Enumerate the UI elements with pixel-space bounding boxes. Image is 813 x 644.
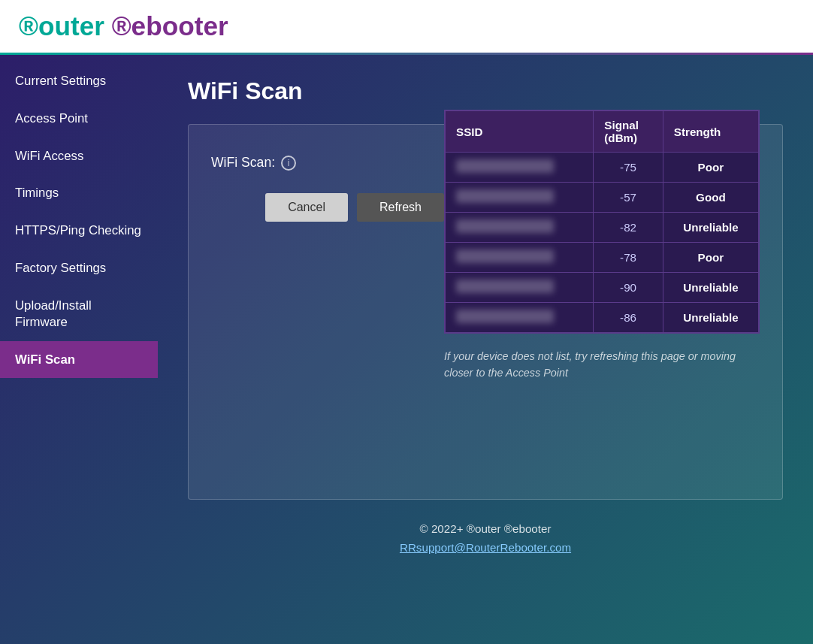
sidebar-item-access-point[interactable]: Access Point: [0, 100, 158, 138]
sidebar-item-wifi-access[interactable]: WiFi Access: [0, 138, 158, 175]
footer: © 2022+ ®outer ®ebooter RRsupport@Router…: [188, 500, 783, 569]
button-row: Cancel Refresh: [211, 193, 444, 222]
wifi-scan-table: SSID Signal(dBm) Strength -75Poor-57Good…: [444, 110, 760, 334]
sidebar-item-https-ping[interactable]: HTTPS/Ping Checking: [0, 212, 158, 249]
signal-cell: -75: [594, 153, 663, 183]
table-row: -86Unreliable: [445, 303, 759, 334]
info-icon[interactable]: i: [281, 156, 296, 171]
sidebar-item-current-settings[interactable]: Current Settings: [0, 62, 158, 100]
signal-cell: -90: [594, 273, 663, 303]
layout: Current Settings Access Point WiFi Acces…: [0, 55, 813, 631]
table-row: -82Unreliable: [445, 213, 759, 243]
ssid-cell[interactable]: [445, 213, 594, 243]
page-title: WiFi Scan: [188, 77, 783, 105]
table-row: -90Unreliable: [445, 273, 759, 303]
brand-r1: ®outer: [19, 11, 104, 41]
main-content: WiFi Scan SSID Signal(dBm) Strength -75P…: [158, 55, 813, 631]
header: ®outer ®ebooter: [0, 0, 813, 53]
brand-r2: ®ebooter: [112, 11, 228, 41]
strength-cell: Poor: [663, 153, 759, 183]
col-signal: Signal(dBm): [594, 110, 663, 153]
brand-logo: ®outer ®ebooter: [19, 11, 228, 41]
scan-label: WiFi Scan: i: [211, 155, 444, 171]
cancel-button[interactable]: Cancel: [265, 193, 348, 222]
signal-cell: -78: [594, 243, 663, 273]
strength-cell: Unreliable: [663, 303, 759, 334]
ssid-cell[interactable]: [445, 273, 594, 303]
copyright-text: © 2022+ ®outer ®ebooter: [188, 522, 783, 535]
col-strength: Strength: [663, 110, 759, 153]
support-email-link[interactable]: RRsupport@RouterRebooter.com: [400, 541, 571, 554]
hint-text: If your device does not list, try refres…: [444, 349, 760, 381]
signal-cell: -86: [594, 303, 663, 334]
ssid-cell[interactable]: [445, 243, 594, 273]
strength-cell: Good: [663, 183, 759, 213]
table-row: -78Poor: [445, 243, 759, 273]
content-box: SSID Signal(dBm) Strength -75Poor-57Good…: [188, 124, 783, 500]
sidebar-item-factory-settings[interactable]: Factory Settings: [0, 249, 158, 287]
table-row: -75Poor: [445, 153, 759, 183]
ssid-cell[interactable]: [445, 183, 594, 213]
ssid-cell[interactable]: [445, 153, 594, 183]
ssid-cell[interactable]: [445, 303, 594, 334]
strength-cell: Unreliable: [663, 213, 759, 243]
strength-cell: Unreliable: [663, 273, 759, 303]
sidebar-item-timings[interactable]: Timings: [0, 174, 158, 212]
signal-cell: -82: [594, 213, 663, 243]
sidebar-item-wifi-scan[interactable]: WiFi Scan: [0, 341, 158, 379]
col-ssid: SSID: [445, 110, 594, 153]
table-row: -57Good: [445, 183, 759, 213]
strength-cell: Poor: [663, 243, 759, 273]
refresh-button[interactable]: Refresh: [357, 193, 444, 222]
signal-cell: -57: [594, 183, 663, 213]
sidebar-item-upload-firmware[interactable]: Upload/Install Firmware: [0, 287, 158, 341]
wifi-scan-table-area: SSID Signal(dBm) Strength -75Poor-57Good…: [444, 110, 760, 381]
sidebar: Current Settings Access Point WiFi Acces…: [0, 55, 158, 631]
